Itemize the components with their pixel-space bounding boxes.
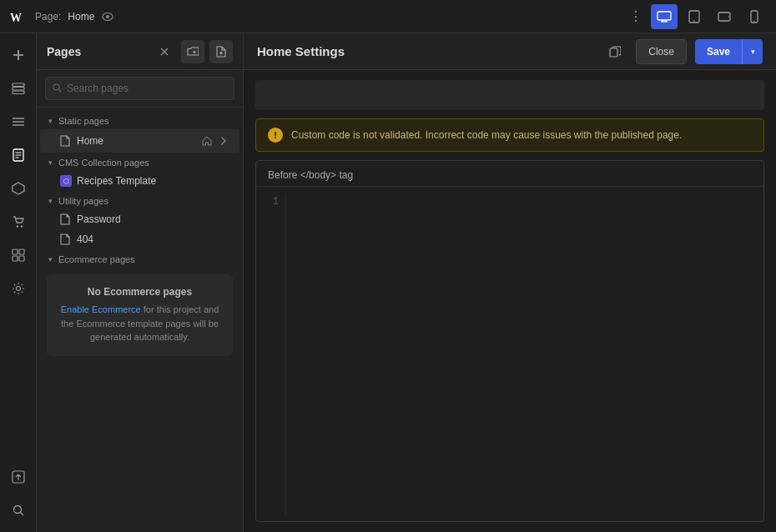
page-item-recipes[interactable]: ⬡ Recipes Template [40,171,239,191]
ecommerce-pages-section-header[interactable]: ▾ Ecommerce pages [37,249,243,268]
svg-line-43 [59,89,62,92]
svg-rect-31 [19,256,24,261]
search-icon [53,83,62,94]
more-options-button[interactable]: ⋮ [629,8,644,24]
view-mode-buttons [651,4,768,29]
svg-point-2 [106,15,109,18]
home-page-icon [60,135,72,147]
copy-icon-button[interactable] [602,39,627,64]
cms-pages-section-header[interactable]: ▾ CMS Collection pages [37,153,243,171]
home-page-chevron-icon[interactable] [216,133,231,148]
svg-point-34 [13,506,21,514]
cms-pages-label: CMS Collection pages [58,158,149,168]
warning-text: Custom code is not validated. Incorrect … [291,129,682,141]
ecommerce-empty-title: No Ecommerce pages [57,286,223,298]
add-icon[interactable] [3,40,33,70]
utility-pages-label: Utility pages [58,196,108,206]
ecommerce-pages-label: Ecommerce pages [58,254,135,264]
svg-point-32 [16,287,20,291]
mobile-landscape-view-button[interactable] [711,4,738,29]
svg-text:W: W [10,12,22,23]
ecommerce-empty-state: No Ecommerce pages Enable Ecommerce for … [47,274,233,356]
eye-icon[interactable] [101,10,114,23]
close-button[interactable]: Close [636,39,687,64]
svg-rect-15 [13,83,24,87]
static-pages-label: Static pages [58,116,109,126]
mobile-portrait-view-button[interactable] [741,4,768,29]
page-item-home[interactable]: Home [40,129,239,153]
tab-bar [255,80,764,110]
home-page-home-icon[interactable] [199,133,214,148]
save-main-button[interactable]: Save [695,39,743,64]
utility-pages-section-header[interactable]: ▾ Utility pages [37,191,243,209]
page-item-password[interactable]: Password [40,209,239,229]
code-editor: Before </body> tag 1 [255,160,764,522]
main-layout: Pages [0,33,776,532]
svg-point-10 [728,16,729,17]
save-dropdown-button[interactable]: ▾ [743,39,763,64]
warning-banner: ! Custom code is not validated. Incorrec… [255,118,764,152]
home-page-name: Home [77,135,194,147]
code-editor-header: Before </body> tag [256,161,763,187]
password-page-icon [60,213,72,225]
page-item-404[interactable]: 404 [40,229,239,249]
content-title: Home Settings [257,44,594,58]
svg-rect-3 [658,12,671,20]
tablet-view-button[interactable] [681,4,708,29]
search-pages-input[interactable] [67,83,227,94]
svg-line-35 [20,513,23,516]
code-editor-body: 1 [256,187,763,521]
main-content: Home Settings Close Save ▾ ! Custom code… [244,33,776,532]
warning-icon: ! [268,128,283,143]
pages-search [37,70,243,108]
cms-pages-chevron: ▾ [45,158,55,168]
svg-marker-25 [13,183,24,194]
svg-rect-30 [13,256,18,261]
webflow-logo: W [8,7,28,27]
app-sidebar [0,33,37,532]
content-header: Home Settings Close Save ▾ [244,33,776,70]
layers-icon[interactable] [3,73,33,103]
svg-rect-17 [13,91,24,94]
line-numbers: 1 [256,193,286,514]
desktop-view-button[interactable] [651,4,678,29]
static-pages-chevron: ▾ [45,116,55,126]
add-folder-button[interactable] [181,40,204,63]
svg-rect-16 [13,88,24,91]
svg-rect-29 [19,249,24,254]
ecommerce-pages-chevron: ▾ [45,254,55,264]
content-body: ! Custom code is not validated. Incorrec… [244,70,776,532]
svg-point-12 [753,20,754,21]
svg-rect-28 [13,249,18,254]
404-page-icon [60,233,72,245]
add-page-button[interactable] [209,40,233,63]
settings-icon[interactable] [3,274,33,304]
page-name: Home [68,11,94,23]
home-page-actions [199,133,231,148]
pages-header: Pages [37,33,243,70]
enable-ecommerce-link[interactable]: Enable Ecommerce [61,304,141,314]
static-pages-section-header[interactable]: ▾ Static pages [37,111,243,129]
404-page-name: 404 [77,233,231,245]
menu-icon[interactable] [3,107,33,137]
pages-panel: Pages [37,33,244,532]
recipes-page-icon: ⬡ [60,175,72,187]
assets-icon[interactable] [3,240,33,270]
pages-panel-title: Pages [47,45,151,58]
publish-icon[interactable] [3,462,33,492]
pages-list: ▾ Static pages Home [37,108,243,532]
code-input[interactable] [286,193,763,514]
svg-point-8 [693,20,695,22]
svg-point-26 [16,225,18,227]
utility-pages-chevron: ▾ [45,196,55,206]
shop-icon[interactable] [3,207,33,237]
pages-icon[interactable] [3,140,33,170]
search-input-wrap[interactable] [45,77,234,100]
page-label: Page: [35,11,61,23]
password-page-name: Password [77,213,231,225]
svg-point-27 [20,225,22,227]
components-icon[interactable] [3,173,33,203]
svg-rect-44 [610,48,617,57]
search-global-icon[interactable] [3,495,33,525]
pages-close-button[interactable] [156,43,173,60]
